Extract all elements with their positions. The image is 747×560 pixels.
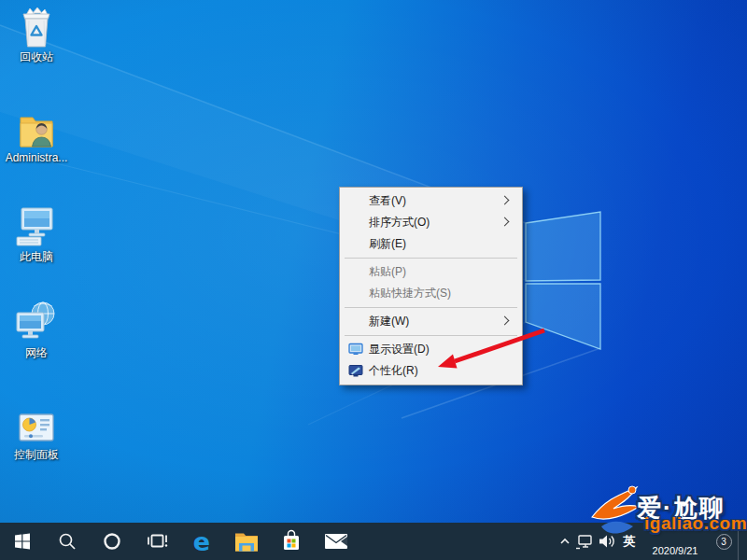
cortana-circle-icon: [102, 531, 122, 552]
menu-item-personalize[interactable]: 个性化(R): [342, 360, 520, 382]
windows-logo-icon: [13, 532, 32, 551]
menu-item-label: 个性化(R): [369, 363, 418, 379]
mail-button[interactable]: [314, 523, 359, 560]
submenu-chevron-icon: [500, 316, 510, 326]
start-button[interactable]: [0, 523, 45, 560]
system-tray: 英 2020/9/21 3: [557, 523, 747, 560]
menu-item-label: 排序方式(O): [369, 215, 430, 231]
desktop-icon-label: 回收站: [20, 51, 53, 63]
menu-item-label: 新建(W): [369, 314, 409, 329]
show-desktop-button[interactable]: [738, 523, 747, 560]
edge-icon: e: [193, 529, 210, 554]
cortana-button[interactable]: [90, 523, 134, 560]
control-panel-icon: [17, 401, 56, 446]
desktop-icon-this-pc[interactable]: 此电脑: [0, 203, 73, 263]
taskbar: e: [0, 523, 747, 560]
language-indicator[interactable]: 英: [618, 523, 641, 560]
store-icon: [280, 529, 303, 553]
menu-item-new[interactable]: 新建(W): [342, 311, 520, 332]
menu-item-display-settings[interactable]: 显示设置(D): [342, 339, 520, 360]
menu-separator: [345, 307, 517, 308]
menu-item-label: 查看(V): [369, 193, 406, 209]
show-hidden-icons-button[interactable]: [557, 523, 573, 560]
display-settings-icon: [348, 342, 363, 357]
computer-icon: [15, 203, 58, 248]
menu-item-view[interactable]: 查看(V): [342, 190, 520, 212]
windows-desktop: 回收站 Administra...: [0, 0, 747, 560]
network-globe-icon: [14, 300, 59, 344]
desktop-icon-label: 控制面板: [14, 449, 59, 461]
menu-item-paste-shortcut: 粘贴快捷方式(S): [342, 283, 520, 304]
task-view-button[interactable]: [134, 523, 179, 560]
network-tray-button[interactable]: [573, 523, 596, 560]
menu-item-sort-by[interactable]: 排序方式(O): [342, 212, 520, 233]
search-icon: [57, 531, 78, 552]
recycle-bin-icon: [18, 4, 55, 49]
menu-item-label: 显示设置(D): [369, 342, 430, 357]
desktop-icon-network[interactable]: 网络: [0, 300, 73, 359]
menu-item-label: 粘贴(P): [369, 264, 406, 280]
menu-item-label: 刷新(E): [369, 236, 406, 252]
file-explorer-button[interactable]: [224, 523, 269, 560]
menu-item-paste: 粘贴(P): [342, 261, 520, 283]
menu-item-refresh[interactable]: 刷新(E): [342, 233, 520, 255]
desktop-icon-label: Administra...: [6, 152, 68, 164]
speaker-icon: [598, 532, 616, 551]
action-center-button[interactable]: 3: [710, 523, 738, 560]
desktop-icon-control-panel[interactable]: 控制面板: [0, 401, 73, 461]
taskbar-date: 2020/9/21: [653, 545, 698, 556]
desktop-icon-administrator[interactable]: Administra...: [0, 105, 73, 164]
chevron-up-icon: [558, 535, 571, 548]
desktop-icon-label: 此电脑: [20, 251, 53, 263]
taskbar-clock[interactable]: 2020/9/21: [641, 523, 710, 560]
notification-count-badge: 3: [716, 534, 732, 550]
search-button[interactable]: [45, 523, 90, 560]
network-status-icon: [575, 532, 594, 551]
task-view-icon: [146, 530, 168, 553]
file-explorer-icon: [234, 531, 259, 552]
submenu-chevron-icon: [500, 217, 510, 227]
desktop-icon-label: 网络: [25, 347, 48, 359]
context-menu: 查看(V) 排序方式(O) 刷新(E) 粘贴(P) 粘贴快捷方式(S) 新建(W…: [339, 187, 523, 385]
user-folder-icon: [16, 105, 57, 149]
desktop-icon-recycle-bin[interactable]: 回收站: [0, 4, 73, 63]
volume-tray-button[interactable]: [596, 523, 618, 560]
mail-icon: [324, 532, 348, 551]
menu-item-label: 粘贴快捷方式(S): [369, 286, 451, 301]
watermark-title: 爱·尬聊: [637, 492, 726, 525]
menu-separator: [345, 335, 517, 336]
menu-separator: [345, 258, 517, 259]
personalization-icon: [348, 363, 363, 378]
edge-button[interactable]: e: [179, 523, 224, 560]
submenu-chevron-icon: [500, 196, 510, 205]
store-button[interactable]: [269, 523, 314, 560]
